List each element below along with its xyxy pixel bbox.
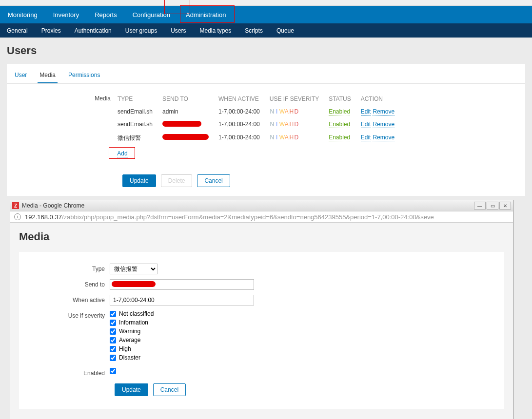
user-card: User Media Permissions Media TYPE SEND T… — [7, 64, 525, 196]
popup-window-title: Media - Google Chrome — [22, 202, 84, 209]
cell-when: 1-7,00:00-24:00 — [218, 106, 269, 118]
edit-link[interactable]: Edit — [361, 121, 371, 128]
media-row: Media TYPE SEND TO WHEN ACTIVE USE IF SE… — [7, 93, 525, 164]
button-row: Update Delete Cancel — [122, 174, 525, 187]
nav-monitoring[interactable]: Monitoring — [0, 6, 45, 23]
popup-update-button[interactable]: Update — [115, 383, 148, 396]
sev-warning-label: Warning — [119, 328, 140, 335]
whenactive-label: When active — [19, 295, 110, 305]
nav-reports[interactable]: Reports — [87, 6, 125, 23]
page-body: Users User Media Permissions Media TYPE … — [0, 38, 532, 419]
minimize-icon[interactable]: ― — [474, 202, 486, 210]
maximize-icon[interactable]: ▭ — [487, 202, 498, 210]
subnav-proxies[interactable]: Proxies — [35, 23, 68, 38]
url-host: 192.168.0.37 — [25, 213, 62, 221]
subnav-scripts[interactable]: Scripts — [238, 23, 270, 38]
subnav-users[interactable]: Users — [164, 23, 193, 38]
popup-title: Media — [19, 230, 504, 243]
cell-sev: NIWAHD — [270, 106, 328, 118]
type-label: Type — [19, 264, 110, 274]
sev-average-label: Average — [119, 337, 140, 343]
severity-label: Use if severity — [19, 310, 110, 363]
sev-high-label: High — [119, 345, 131, 352]
table-row: sendEmail.sh admin 1-7,00:00-24:00 NIWAH… — [118, 106, 405, 118]
nav-inventory[interactable]: Inventory — [45, 6, 87, 23]
sendto-label: Send to — [19, 279, 110, 290]
sev-notclassified-label: Not classified — [119, 310, 154, 317]
redacted — [162, 121, 201, 127]
cell-when: 1-7,00:00-24:00 — [218, 132, 269, 145]
redacted — [112, 281, 156, 287]
popup-titlebar[interactable]: Z Media - Google Chrome ― ▭ ✕ — [10, 200, 513, 211]
col-whenactive: WHEN ACTIVE — [218, 94, 269, 105]
sev-information-checkbox[interactable] — [110, 320, 116, 326]
sev-warning-checkbox[interactable] — [110, 328, 116, 335]
secondary-nav: General Proxies Authentication User grou… — [0, 23, 532, 38]
popup-content: Media Type 微信报警 Send to — [10, 223, 513, 419]
url-path: /zabbix/php/popup_media.php?dstfrm=userF… — [62, 213, 434, 221]
browser-tab-strip — [0, 0, 532, 6]
cell-sendto — [162, 132, 217, 145]
status-toggle[interactable]: Enabled — [329, 134, 350, 141]
sev-disaster-label: Disaster — [119, 354, 140, 361]
tab-media[interactable]: Media — [38, 69, 58, 83]
edit-link[interactable]: Edit — [361, 134, 371, 141]
cancel-button[interactable]: Cancel — [197, 174, 230, 187]
type-select[interactable]: 微信报警 — [110, 264, 158, 274]
popup-cancel-button[interactable]: Cancel — [153, 383, 186, 396]
info-icon[interactable]: i — [14, 213, 21, 220]
status-toggle[interactable]: Enabled — [329, 121, 350, 128]
sev-notclassified-checkbox[interactable] — [110, 311, 116, 317]
cell-when: 1-7,00:00-24:00 — [218, 119, 269, 131]
enabled-label: Enabled — [19, 368, 110, 377]
cell-sev: NIWAHD — [270, 119, 328, 131]
close-icon[interactable]: ✕ — [499, 202, 511, 210]
tab-user[interactable]: User — [13, 69, 29, 83]
sev-high-checkbox[interactable] — [110, 346, 116, 352]
highlight-box-users — [164, 0, 190, 14]
redacted — [162, 134, 209, 140]
status-toggle[interactable]: Enabled — [329, 108, 350, 115]
popup-address-bar[interactable]: i 192.168.0.37/zabbix/php/popup_media.ph… — [10, 211, 513, 223]
col-type: TYPE — [118, 94, 161, 105]
subnav-authentication[interactable]: Authentication — [68, 23, 118, 38]
whenactive-input[interactable] — [110, 295, 254, 305]
remove-link[interactable]: Remove — [373, 108, 394, 115]
col-severity: USE IF SEVERITY — [270, 94, 328, 105]
remove-link[interactable]: Remove — [373, 121, 394, 128]
popup-window: Z Media - Google Chrome ― ▭ ✕ i 192.168.… — [10, 200, 513, 419]
media-table: TYPE SEND TO WHEN ACTIVE USE IF SEVERITY… — [117, 93, 406, 164]
tab-permissions[interactable]: Permissions — [66, 69, 102, 83]
cell-sendto — [162, 119, 217, 131]
cell-sendto: admin — [162, 106, 217, 118]
sev-disaster-checkbox[interactable] — [110, 355, 116, 361]
sev-information-label: Information — [119, 319, 148, 326]
remove-link[interactable]: Remove — [373, 134, 394, 141]
subnav-queue[interactable]: Queue — [270, 23, 301, 38]
user-tabs: User Media Permissions — [7, 69, 525, 84]
sev-average-checkbox[interactable] — [110, 337, 116, 343]
table-row: 微信报警 1-7,00:00-24:00 NIWAHD Enabled Edit… — [118, 132, 405, 145]
zabbix-favicon: Z — [12, 202, 19, 209]
col-status: STATUS — [329, 94, 360, 105]
subnav-general[interactable]: General — [0, 23, 35, 38]
cell-type: sendEmail.sh — [118, 106, 161, 118]
media-label: Media — [7, 93, 117, 164]
highlight-box-add — [109, 147, 135, 159]
cell-sev: NIWAHD — [270, 132, 328, 145]
cell-type: 微信报警 — [118, 132, 161, 145]
subnav-user-groups[interactable]: User groups — [118, 23, 164, 38]
edit-link[interactable]: Edit — [361, 108, 371, 115]
update-button[interactable]: Update — [122, 174, 156, 187]
primary-nav: Monitoring Inventory Reports Configurati… — [0, 6, 532, 23]
page-title: Users — [7, 44, 525, 57]
table-row: sendEmail.sh 1-7,00:00-24:00 NIWAHD Enab… — [118, 119, 405, 131]
subnav-media-types[interactable]: Media types — [193, 23, 238, 38]
popup-button-row: Update Cancel — [115, 383, 504, 396]
col-action: ACTION — [361, 94, 405, 105]
delete-button: Delete — [161, 174, 193, 187]
enabled-checkbox[interactable] — [110, 368, 116, 374]
cell-type: sendEmail.sh — [118, 119, 161, 131]
popup-form-card: Type 微信报警 Send to When active — [19, 252, 504, 409]
col-sendto: SEND TO — [162, 94, 217, 105]
